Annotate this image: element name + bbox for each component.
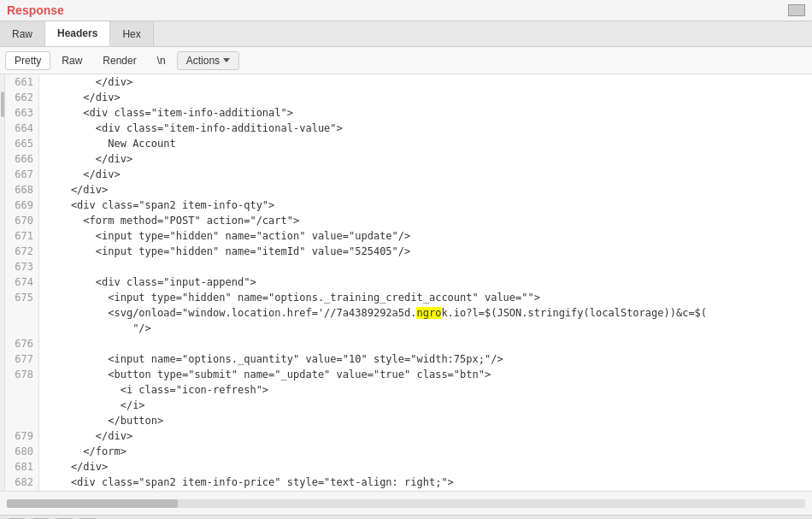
response-section: Response Raw Headers Hex Pretty Raw Rend… xyxy=(0,0,812,519)
code-line: <svg/onload="window.location.href='//7a4… xyxy=(39,305,812,321)
code-line: "/> xyxy=(39,321,812,336)
scroll-thumb xyxy=(1,91,4,117)
code-line xyxy=(39,336,812,351)
code-line: </div> xyxy=(39,428,812,444)
tab-hex[interactable]: Hex xyxy=(110,21,153,46)
sub-tab-pretty[interactable]: Pretty xyxy=(5,51,50,70)
code-line: <input name="options._quantity" value="1… xyxy=(39,351,812,367)
code-line xyxy=(39,259,812,274)
horizontal-scrollbar[interactable] xyxy=(7,499,805,508)
code-line: <div class="item-info-additional"> xyxy=(39,105,812,121)
code-line: <button type="submit" name="_update" val… xyxy=(39,367,812,382)
code-line: New Account xyxy=(39,136,812,151)
actions-button[interactable]: Actions xyxy=(177,51,239,70)
code-line: </div> xyxy=(39,167,812,182)
code-line: <div> xyxy=(39,490,812,491)
code-line: <input type="hidden" name="itemId" value… xyxy=(39,244,812,259)
code-line: <input type="hidden" name="options._trai… xyxy=(39,290,812,305)
code-line: <div class="span2 item-info-price" style… xyxy=(39,475,812,490)
bottom-bar xyxy=(0,491,812,515)
minimize-button[interactable] xyxy=(788,4,805,16)
response-header: Response xyxy=(0,0,812,21)
status-bar: ? ⚙ ← → 2 match xyxy=(0,515,812,519)
tabs-bar: Raw Headers Hex xyxy=(0,21,812,47)
code-line: <div class="item-info-additional-value"> xyxy=(39,121,812,136)
chevron-down-icon xyxy=(223,58,230,62)
code-line: </div> xyxy=(39,182,812,198)
code-line: </div> xyxy=(39,151,812,167)
line-numbers: 6616626636646656666676686696706716726736… xyxy=(0,74,39,491)
code-line: <i class="icon-refresh"> xyxy=(39,382,812,398)
sub-tabs-bar: Pretty Raw Render \n Actions xyxy=(0,47,812,74)
sub-tab-render[interactable]: Render xyxy=(93,51,145,70)
code-area: 6616626636646656666676686696706716726736… xyxy=(0,74,812,491)
code-line: <form method="POST" action="/cart"> xyxy=(39,213,812,228)
code-line: <div class="input-append"> xyxy=(39,274,812,290)
horizontal-scroll-thumb xyxy=(7,499,178,508)
response-title: Response xyxy=(7,3,64,17)
code-line: </div> xyxy=(39,74,812,90)
code-line: <div class="span2 item-info-qty"> xyxy=(39,198,812,213)
sub-tab-raw[interactable]: Raw xyxy=(52,51,91,70)
code-line: </i> xyxy=(39,398,812,413)
code-line: </form> xyxy=(39,444,812,459)
code-line: </div> xyxy=(39,90,812,105)
actions-label: Actions xyxy=(186,55,220,67)
code-line: <input type="hidden" name="action" value… xyxy=(39,228,812,244)
tab-headers[interactable]: Headers xyxy=(45,21,110,46)
code-line: </div> xyxy=(39,459,812,475)
tab-raw[interactable]: Raw xyxy=(0,21,45,46)
code-line: </button> xyxy=(39,413,812,428)
sub-tab-newline[interactable]: \n xyxy=(148,51,175,70)
vertical-scroll-indicator[interactable] xyxy=(0,74,5,491)
code-content[interactable]: </div> </div> <div class="item-info-addi… xyxy=(39,74,812,491)
